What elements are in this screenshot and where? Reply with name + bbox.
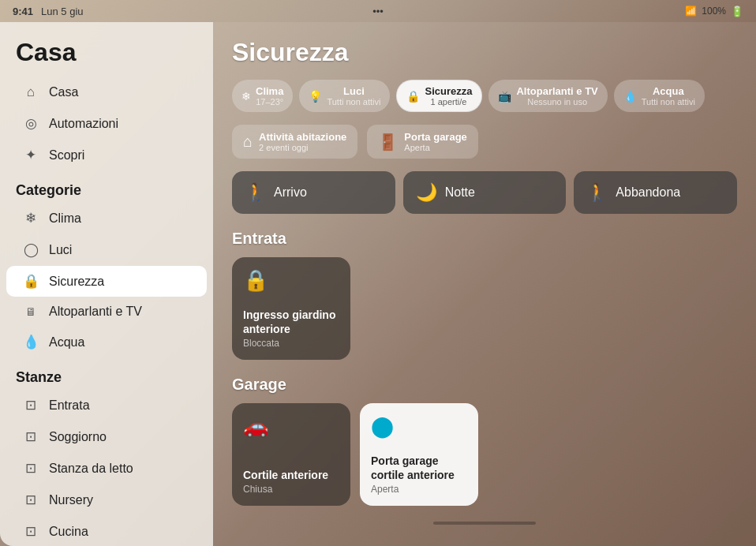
scene-arrivo[interactable]: 🚶 Arrivo [232,171,395,214]
categories-header: Categorie [0,171,213,202]
status-date: Lun 5 giu [41,6,84,17]
sidebar-item-scopri[interactable]: ✦ Scopri [6,140,207,170]
porta-garage-cortile-icon: ⬤ [371,414,467,439]
porta-garage-sub: Aperta [404,143,466,152]
info-card-attivita[interactable]: ⌂ Attività abitazione 2 eventi oggi [232,125,357,159]
status-right: 📶 100% 🔋 [685,6,743,17]
acqua-icon: 💧 [22,334,39,350]
sidebar-label-cucina: Cucina [49,525,88,539]
device-card-porta-garage-cortile[interactable]: ⬤ Porta garage cortile anteriore Aperta [360,403,478,506]
sidebar-item-clima[interactable]: ❄ Clima [6,203,207,234]
sidebar-item-acqua[interactable]: 💧 Acqua [6,327,207,357]
soggiorno-icon: ⊡ [22,428,39,445]
cucina-icon: ⊡ [22,523,39,540]
ingresso-name: Ingresso giardino anteriore [243,308,339,336]
content-area: Sicurezza ❄ Clima 17–23° 💡 Luci Tutti no… [213,22,756,546]
tab-altoparlanti[interactable]: 📺 Altoparlanti e TV Nessuno in uso [488,80,607,112]
sidebar-nav: ⌂ Casa ◎ Automazioni ✦ Scopri [0,77,213,170]
main-container: Casa ⌂ Casa ◎ Automazioni ✦ Scopri Categ… [0,22,756,546]
status-time: 9:41 [13,6,33,17]
sidebar-label-soggiorno: Soggiorno [49,430,107,444]
sidebar-item-soggiorno[interactable]: ⊡ Soggiorno [6,421,207,452]
sidebar-label-sicurezza: Sicurezza [49,275,104,289]
ingresso-icon: 🔒 [243,268,339,293]
stanza-letto-icon: ⊡ [22,460,39,477]
device-grid-entrata: 🔒 Ingresso giardino anteriore Bloccata [232,257,737,360]
tab-altoparlanti-sub: Nessuno in uso [516,97,597,107]
sidebar-item-luci[interactable]: ◯ Luci [6,234,207,265]
status-dots: ••• [372,6,384,17]
sidebar-label-entrata: Entrata [49,398,90,413]
tab-luci-icon: 💡 [309,90,322,103]
section-title-garage: Garage [232,376,737,394]
scene-abbandona[interactable]: 🚶 Abbandona [574,171,737,214]
sidebar-label-nursery: Nursery [49,493,93,507]
clima-icon: ❄ [22,210,39,226]
automazioni-icon: ◎ [22,115,39,132]
scene-abbandona-label: Abbandona [616,185,680,200]
ingresso-status: Bloccata [243,338,339,349]
tab-luci-label: Luci [343,85,365,97]
porta-garage-icon: 🚪 [378,133,398,151]
tab-sicurezza-icon: 🔒 [406,90,420,103]
info-card-porta-garage[interactable]: 🚪 Porta garage Aperta [367,125,477,159]
tab-clima[interactable]: ❄ Clima 17–23° [232,80,293,112]
sidebar-item-automazioni[interactable]: ◎ Automazioni [6,108,207,139]
attivita-sub: 2 eventi oggi [259,143,346,152]
cortile-icon: 🚗 [243,414,339,439]
sidebar-stanze: ⊡ Entrata ⊡ Soggiorno ⊡ Stanza da letto … [0,390,213,546]
tab-acqua-icon: 💧 [623,90,637,103]
sidebar-label-automazioni: Automazioni [49,117,118,131]
scroll-indicator [433,522,536,525]
stanze-header: Stanze [0,358,213,389]
sidebar-item-stanza-da-letto[interactable]: ⊡ Stanza da letto [6,453,207,484]
tab-sicurezza-label: Sicurezza [425,85,472,97]
tab-altoparlanti-label: Altoparlanti e TV [516,85,597,97]
sidebar-label-clima: Clima [49,211,81,226]
tab-clima-label: Clima [256,85,283,97]
attivita-icon: ⌂ [243,133,253,151]
nursery-icon: ⊡ [22,492,39,508]
sidebar-item-altoparlanti[interactable]: 🖥 Altoparlanti e TV [6,297,207,326]
tab-sicurezza-sub: 1 aperti/e [425,97,472,107]
tab-luci-sub: Tutti non attivi [327,97,380,107]
sidebar-label-altoparlanti: Altoparlanti e TV [49,305,142,319]
sidebar-item-cucina[interactable]: ⊡ Cucina [6,516,207,546]
device-card-cortile[interactable]: 🚗 Cortile anteriore Chiusa [232,403,350,506]
sidebar-item-entrata[interactable]: ⊡ Entrata [6,390,207,421]
porta-garage-title: Porta garage [404,131,466,143]
arrivo-icon: 🚶 [245,182,266,203]
tab-acqua[interactable]: 💧 Acqua Tutti non attivi [614,80,705,112]
sidebar-categories: ❄ Clima ◯ Luci 🔒 Sicurezza 🖥 Altoparlant… [0,203,213,357]
scene-row: 🚶 Arrivo 🌙 Notte 🚶 Abbandona [232,171,737,214]
altoparlanti-icon: 🖥 [22,305,39,318]
sidebar-item-sicurezza[interactable]: 🔒 Sicurezza [6,266,207,297]
sidebar-label-stanza-letto: Stanza da letto [49,462,133,476]
tab-luci[interactable]: 💡 Luci Tutti non attivi [299,80,390,112]
category-tabs: ❄ Clima 17–23° 💡 Luci Tutti non attivi 🔒… [232,80,737,112]
tab-clima-sub: 17–23° [256,97,283,107]
sidebar-label-casa: Casa [49,85,78,99]
tab-clima-icon: ❄ [241,90,251,103]
sidebar-label-acqua: Acqua [49,335,84,350]
status-bar: 9:41 Lun 5 giu ••• 📶 100% 🔋 [0,0,756,22]
attivita-title: Attività abitazione [259,131,346,143]
luci-icon: ◯ [22,241,39,258]
wifi-icon: 📶 [685,6,697,17]
tab-sicurezza[interactable]: 🔒 Sicurezza 1 aperti/e [396,80,482,112]
scene-notte[interactable]: 🌙 Notte [403,171,567,214]
notte-icon: 🌙 [416,182,437,203]
sidebar-item-casa[interactable]: ⌂ Casa [6,77,207,107]
sidebar-item-nursery[interactable]: ⊡ Nursery [6,484,207,515]
scene-notte-label: Notte [445,185,475,200]
info-row: ⌂ Attività abitazione 2 eventi oggi 🚪 Po… [232,125,737,159]
cortile-name: Cortile anteriore [243,468,339,482]
device-card-ingresso[interactable]: 🔒 Ingresso giardino anteriore Bloccata [232,257,350,360]
entrata-room-icon: ⊡ [22,397,39,413]
page-title: Sicurezza [232,38,737,67]
sidebar: Casa ⌂ Casa ◎ Automazioni ✦ Scopri Categ… [0,22,213,546]
sidebar-label-luci: Luci [49,243,72,257]
battery-indicator: 100% [702,6,726,17]
sidebar-label-scopri: Scopri [49,148,84,163]
section-title-entrata: Entrata [232,230,737,248]
